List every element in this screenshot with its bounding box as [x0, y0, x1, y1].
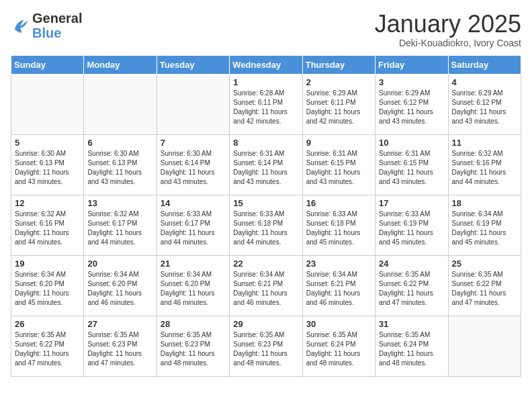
day-info: Sunrise: 6:34 AM Sunset: 6:20 PM Dayligh…	[161, 270, 226, 308]
day-info: Sunrise: 6:31 AM Sunset: 6:15 PM Dayligh…	[379, 149, 444, 187]
weekday-header-sunday: Sunday	[11, 55, 84, 74]
calendar-cell: 1Sunrise: 6:28 AM Sunset: 6:11 PM Daylig…	[230, 74, 302, 134]
day-info: Sunrise: 6:34 AM Sunset: 6:21 PM Dayligh…	[306, 270, 371, 308]
day-number: 21	[161, 259, 226, 269]
calendar-cell: 26Sunrise: 6:35 AM Sunset: 6:22 PM Dayli…	[11, 316, 84, 376]
day-info: Sunrise: 6:35 AM Sunset: 6:22 PM Dayligh…	[452, 270, 517, 308]
calendar-cell: 16Sunrise: 6:33 AM Sunset: 6:18 PM Dayli…	[302, 195, 375, 255]
day-number: 23	[306, 259, 371, 269]
weekday-header-monday: Monday	[84, 55, 157, 74]
day-number: 31	[379, 319, 444, 329]
location-subtitle: Deki-Kouadiokro, Ivory Coast	[375, 38, 521, 48]
weekday-header-friday: Friday	[375, 55, 448, 74]
calendar-cell: 10Sunrise: 6:31 AM Sunset: 6:15 PM Dayli…	[375, 134, 448, 195]
day-info: Sunrise: 6:35 AM Sunset: 6:23 PM Dayligh…	[87, 330, 152, 368]
calendar-cell: 13Sunrise: 6:32 AM Sunset: 6:17 PM Dayli…	[84, 195, 157, 255]
calendar-table: SundayMondayTuesdayWednesdayThursdayFrid…	[11, 55, 521, 377]
day-number: 12	[15, 198, 80, 208]
day-number: 16	[306, 198, 371, 208]
calendar-cell: 18Sunrise: 6:34 AM Sunset: 6:19 PM Dayli…	[448, 195, 521, 255]
day-number: 14	[161, 198, 226, 208]
calendar-cell	[84, 74, 157, 134]
day-number: 9	[306, 138, 371, 148]
day-info: Sunrise: 6:31 AM Sunset: 6:14 PM Dayligh…	[233, 149, 298, 187]
day-info: Sunrise: 6:35 AM Sunset: 6:23 PM Dayligh…	[161, 330, 226, 368]
calendar-cell: 7Sunrise: 6:30 AM Sunset: 6:14 PM Daylig…	[157, 134, 229, 195]
day-info: Sunrise: 6:35 AM Sunset: 6:24 PM Dayligh…	[306, 330, 371, 368]
day-info: Sunrise: 6:32 AM Sunset: 6:17 PM Dayligh…	[87, 210, 152, 247]
day-info: Sunrise: 6:31 AM Sunset: 6:15 PM Dayligh…	[306, 149, 371, 187]
day-number: 13	[87, 198, 152, 208]
day-number: 2	[306, 77, 371, 87]
logo-general: General	[32, 11, 82, 26]
day-number: 11	[452, 138, 517, 148]
day-number: 15	[233, 198, 298, 208]
weekday-header-wednesday: Wednesday	[230, 55, 302, 74]
day-number: 10	[379, 138, 444, 148]
calendar-cell: 27Sunrise: 6:35 AM Sunset: 6:23 PM Dayli…	[84, 316, 157, 376]
day-number: 22	[233, 259, 298, 269]
calendar-cell: 15Sunrise: 6:33 AM Sunset: 6:18 PM Dayli…	[230, 195, 302, 255]
calendar-cell: 19Sunrise: 6:34 AM Sunset: 6:20 PM Dayli…	[11, 255, 84, 316]
day-number: 26	[15, 319, 80, 329]
day-info: Sunrise: 6:30 AM Sunset: 6:13 PM Dayligh…	[15, 149, 80, 187]
day-number: 30	[306, 319, 371, 329]
calendar-cell: 23Sunrise: 6:34 AM Sunset: 6:21 PM Dayli…	[302, 255, 375, 316]
day-info: Sunrise: 6:33 AM Sunset: 6:18 PM Dayligh…	[306, 210, 371, 247]
week-row-1: 5Sunrise: 6:30 AM Sunset: 6:13 PM Daylig…	[11, 134, 521, 195]
title-area: January 2025 Deki-Kouadiokro, Ivory Coas…	[375, 11, 521, 48]
calendar-cell: 30Sunrise: 6:35 AM Sunset: 6:24 PM Dayli…	[302, 316, 375, 376]
header: General Blue January 2025 Deki-Kouadiokr…	[11, 11, 521, 48]
calendar-cell: 2Sunrise: 6:29 AM Sunset: 6:11 PM Daylig…	[302, 74, 375, 134]
calendar-cell: 29Sunrise: 6:35 AM Sunset: 6:23 PM Dayli…	[230, 316, 302, 376]
day-number: 8	[233, 138, 298, 148]
calendar-cell: 11Sunrise: 6:32 AM Sunset: 6:16 PM Dayli…	[448, 134, 521, 195]
calendar-cell: 25Sunrise: 6:35 AM Sunset: 6:22 PM Dayli…	[448, 255, 521, 316]
calendar-cell	[11, 74, 84, 134]
day-number: 5	[15, 138, 80, 148]
calendar-cell: 20Sunrise: 6:34 AM Sunset: 6:20 PM Dayli…	[84, 255, 157, 316]
day-number: 19	[15, 259, 80, 269]
day-info: Sunrise: 6:33 AM Sunset: 6:18 PM Dayligh…	[233, 210, 298, 247]
day-info: Sunrise: 6:30 AM Sunset: 6:13 PM Dayligh…	[87, 149, 152, 187]
logo-text: General Blue	[32, 11, 82, 40]
day-info: Sunrise: 6:29 AM Sunset: 6:12 PM Dayligh…	[379, 89, 444, 126]
week-row-0: 1Sunrise: 6:28 AM Sunset: 6:11 PM Daylig…	[11, 74, 521, 134]
week-row-2: 12Sunrise: 6:32 AM Sunset: 6:16 PM Dayli…	[11, 195, 521, 255]
day-info: Sunrise: 6:34 AM Sunset: 6:20 PM Dayligh…	[87, 270, 152, 308]
day-info: Sunrise: 6:34 AM Sunset: 6:19 PM Dayligh…	[452, 210, 517, 247]
day-info: Sunrise: 6:35 AM Sunset: 6:22 PM Dayligh…	[15, 330, 80, 368]
day-info: Sunrise: 6:32 AM Sunset: 6:16 PM Dayligh…	[452, 149, 517, 187]
day-number: 27	[87, 319, 152, 329]
calendar-cell	[448, 316, 521, 376]
day-info: Sunrise: 6:35 AM Sunset: 6:22 PM Dayligh…	[379, 270, 444, 308]
day-number: 4	[452, 77, 517, 87]
day-number: 7	[161, 138, 226, 148]
calendar-cell: 8Sunrise: 6:31 AM Sunset: 6:14 PM Daylig…	[230, 134, 302, 195]
calendar-cell: 9Sunrise: 6:31 AM Sunset: 6:15 PM Daylig…	[302, 134, 375, 195]
week-row-3: 19Sunrise: 6:34 AM Sunset: 6:20 PM Dayli…	[11, 255, 521, 316]
calendar-cell: 28Sunrise: 6:35 AM Sunset: 6:23 PM Dayli…	[157, 316, 229, 376]
calendar-cell: 24Sunrise: 6:35 AM Sunset: 6:22 PM Dayli…	[375, 255, 448, 316]
week-row-4: 26Sunrise: 6:35 AM Sunset: 6:22 PM Dayli…	[11, 316, 521, 376]
day-number: 18	[452, 198, 517, 208]
calendar-cell: 12Sunrise: 6:32 AM Sunset: 6:16 PM Dayli…	[11, 195, 84, 255]
day-info: Sunrise: 6:35 AM Sunset: 6:24 PM Dayligh…	[379, 330, 444, 368]
day-number: 29	[233, 319, 298, 329]
logo: General Blue	[11, 11, 82, 40]
day-number: 25	[452, 259, 517, 269]
calendar-cell: 22Sunrise: 6:34 AM Sunset: 6:21 PM Dayli…	[230, 255, 302, 316]
calendar-cell: 4Sunrise: 6:29 AM Sunset: 6:12 PM Daylig…	[448, 74, 521, 134]
day-number: 28	[161, 319, 226, 329]
day-info: Sunrise: 6:29 AM Sunset: 6:11 PM Dayligh…	[306, 89, 371, 126]
weekday-header-row: SundayMondayTuesdayWednesdayThursdayFrid…	[11, 55, 521, 74]
day-info: Sunrise: 6:34 AM Sunset: 6:21 PM Dayligh…	[233, 270, 298, 308]
day-number: 6	[87, 138, 152, 148]
month-title: January 2025	[375, 11, 521, 38]
day-info: Sunrise: 6:33 AM Sunset: 6:17 PM Dayligh…	[161, 210, 226, 247]
logo-blue: Blue	[32, 26, 82, 40]
day-number: 3	[379, 77, 444, 87]
weekday-header-tuesday: Tuesday	[157, 55, 229, 74]
calendar-cell: 14Sunrise: 6:33 AM Sunset: 6:17 PM Dayli…	[157, 195, 229, 255]
logo-bird-icon	[11, 16, 30, 35]
